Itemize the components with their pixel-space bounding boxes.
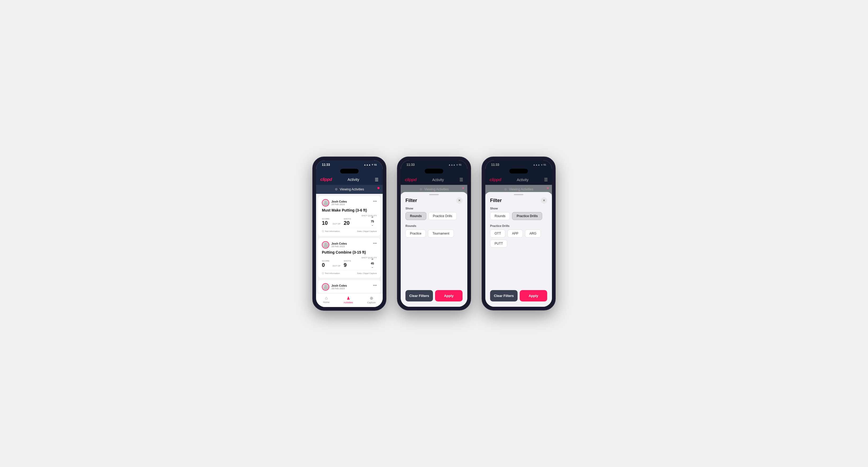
menu-icon-1[interactable]: ☰ [375,177,378,182]
practice-drills-show-btn-3[interactable]: Practice Drills [512,212,542,220]
stats-row-2: Score 0 OUT OF Shots 9 Shot Quality [322,256,377,268]
activity-title-1: Must Make Putting (3-6 ft) [322,208,377,212]
putt-btn-3[interactable]: PUTT [490,240,507,248]
activity-card-3: Josh Coles 28 Feb 2023 ••• [318,280,380,293]
status-bar-1: 11:33 ▲▲▲ ᵾ 51 [316,160,383,168]
home-icon-1: ⌂ [325,295,328,301]
island-pill-1 [340,169,359,174]
modal-handle-2 [401,192,467,196]
handle-bar-3 [514,194,523,195]
user-details-1: Josh Coles 28 Feb 2023 [331,200,347,206]
show-label-3: Show [490,207,547,210]
modal-handle-3 [485,192,552,196]
clear-filters-btn-2[interactable]: Clear Filters [405,290,433,302]
user-name-2: Josh Coles [331,242,347,245]
close-btn-3[interactable]: ✕ [541,197,547,204]
user-name-3: Josh Coles [331,284,347,287]
svg-point-2 [324,285,327,287]
battery-icon: 51 [374,163,377,166]
arg-btn-3[interactable]: ARG [525,229,541,238]
app-header-1: clippd Activity ☰ [316,175,383,185]
dynamic-island-1 [316,168,383,175]
shots-group-1: Shots 20 [344,218,351,226]
more-btn-1[interactable]: ••• [373,199,377,204]
avatar-3 [322,283,329,291]
practice-btn-2[interactable]: Practice [405,229,426,238]
test-info-2: ⓘ Test Information [322,272,340,275]
filter-show-section-3: Show Rounds Practice Drills [490,207,547,220]
phone-1: 11:33 ▲▲▲ ᵾ 51 clippd Activity ☰ ⚙ Viewi… [312,157,386,311]
shots-value-2: 9 [344,262,351,268]
bottom-nav-1: ⌂ Home ♟ Activities ⊕ Capture [316,293,383,307]
modal-header-3: Filter ✕ [485,196,552,207]
data-source-1: Data: Clippd Capture [357,230,377,232]
test-info-1: ⓘ Test Information [322,230,340,233]
quality-label-1: Shot Quality [361,214,377,217]
time-1: 11:33 [322,163,330,166]
app-btn-3[interactable]: APP [507,229,523,238]
drills-section-label-3: Practice Drills [490,224,547,227]
activity-card-2: Josh Coles 28 Feb 2023 ••• Putting Combi… [318,238,380,278]
apply-btn-2[interactable]: Apply [435,290,463,302]
user-name-1: Josh Coles [331,200,347,203]
nav-home-1[interactable]: ⌂ Home [323,295,330,304]
status-icons-1: ▲▲▲ ᵾ 51 [364,163,377,166]
modal-sheet-2: Filter ✕ Show Rounds Practice Drills Ro [401,192,467,307]
more-btn-3[interactable]: ••• [373,283,377,287]
rounds-show-btn-2[interactable]: Rounds [405,212,426,220]
wifi-icon: ᵾ [372,163,373,166]
app-content-1: ⚙ Viewing Activities [316,185,383,293]
modal-title-3: Filter [490,198,502,204]
ott-btn-3[interactable]: OTT [490,229,505,238]
viewing-bar-1[interactable]: ⚙ Viewing Activities [316,185,383,194]
avatar-inner-1 [322,200,329,206]
quality-group-1: Shot Quality 75 [361,214,377,226]
phone-3: 11:33 ▲▲▲ ᵾ 51 clippd Activity ☰ ⚙ Viewi… [482,157,556,310]
practice-drills-show-btn-2[interactable]: Practice Drills [429,212,457,220]
quality-badge-1: 75 [368,217,377,226]
avatar-inner-2 [322,242,329,248]
filter-rounds-section-2: Rounds Practice Tournament [405,224,463,238]
card-footer-1: ⓘ Test Information Data: Clippd Capture [322,228,377,233]
nav-capture-1[interactable]: ⊕ Capture [367,295,376,304]
card-header-3: Josh Coles 28 Feb 2023 ••• [322,283,377,291]
more-btn-2[interactable]: ••• [373,241,377,245]
data-source-2: Data: Clippd Capture [357,272,377,275]
drills-buttons-3: OTT APP ARG PUTT [490,229,547,248]
card-header-2: Josh Coles 28 Feb 2023 ••• [322,241,377,249]
show-buttons-3: Rounds Practice Drills [490,212,547,220]
modal-sheet-3: Filter ✕ Show Rounds Practice Drills Pr [485,192,552,307]
quality-badge-2: 45 [368,259,377,268]
phone-2: 11:33 ▲▲▲ ᵾ 51 clippd Activity ☰ ⚙ Viewi… [397,157,471,310]
quality-group-2: Shot Quality 45 [361,256,377,268]
filter-drills-section-3: Practice Drills OTT APP ARG PUTT [490,224,547,248]
user-details-3: Josh Coles 28 Feb 2023 [331,284,347,290]
user-info-2: Josh Coles 28 Feb 2023 [322,241,347,249]
shots-value-1: 20 [344,220,351,226]
user-info-3: Josh Coles 28 Feb 2023 [322,283,347,291]
filter-show-section-2: Show Rounds Practice Drills [405,207,463,220]
avatar-2 [322,241,329,249]
modal-footer-2: Clear Filters Apply [401,286,467,307]
modal-backdrop-3 [485,160,552,192]
out-of-1: OUT OF [333,223,340,225]
activity-card-1: Josh Coles 28 Feb 2023 ••• Must Make Put… [318,196,380,236]
activities-label-1: Activities [344,301,353,304]
quality-label-2: Shot Quality [361,256,377,259]
apply-btn-3[interactable]: Apply [520,290,547,302]
score-group-2: Score 0 [322,260,329,268]
rounds-show-btn-3[interactable]: Rounds [490,212,510,220]
tournament-btn-2[interactable]: Tournament [428,229,454,238]
shots-group-2: Shots 9 [344,260,351,268]
modal-footer-3: Clear Filters Apply [485,286,552,307]
handle-bar-2 [429,194,439,195]
stats-row-1: Score 10 OUT OF Shots 20 Shot Quality [322,214,377,226]
filter-overlay-3: Filter ✕ Show Rounds Practice Drills Pr [485,160,552,307]
rounds-section-label-2: Rounds [405,224,463,227]
modal-body-3: Show Rounds Practice Drills Practice Dri… [485,207,552,286]
clear-filters-btn-3[interactable]: Clear Filters [490,290,518,302]
close-btn-2[interactable]: ✕ [456,197,463,204]
rounds-buttons-2: Practice Tournament [405,229,463,238]
nav-activities-1[interactable]: ♟ Activities [344,295,353,304]
activity-list-1: Josh Coles 28 Feb 2023 ••• Must Make Put… [316,194,383,293]
